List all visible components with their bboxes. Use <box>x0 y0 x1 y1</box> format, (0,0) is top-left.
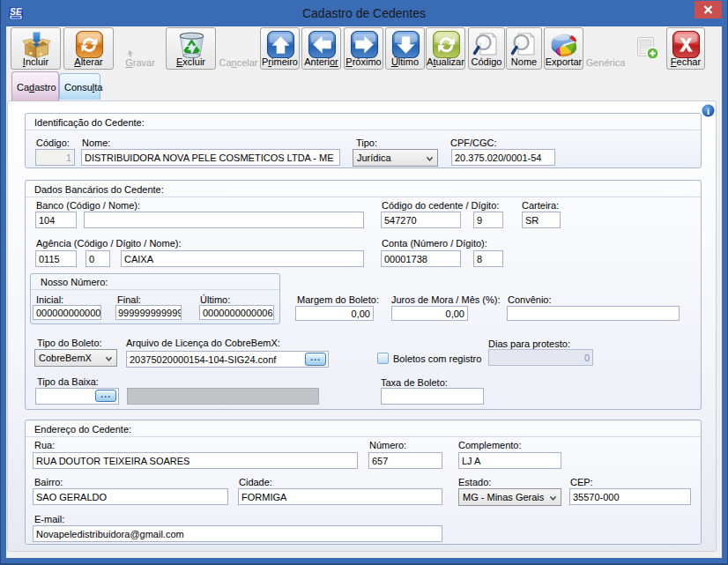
svg-text:i: i <box>707 106 709 116</box>
